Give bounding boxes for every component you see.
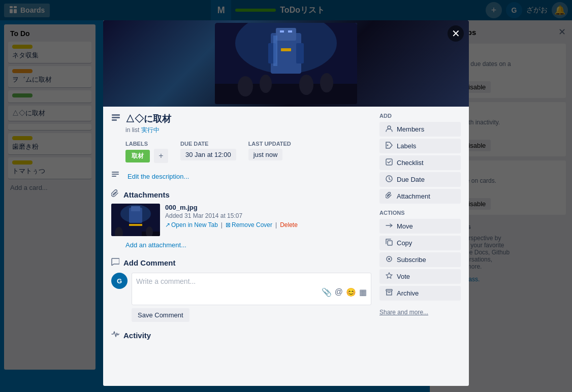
svg-rect-12 [215, 84, 357, 104]
modal-close-button[interactable]: ✕ [448, 25, 464, 42]
description-section: Edit the description... [111, 171, 371, 181]
attachments-section: Attachments [111, 189, 371, 249]
add-label-button[interactable]: + [154, 149, 168, 163]
card-subtitle: in list 実行中 [125, 126, 171, 135]
checklist-button[interactable]: Checklist [379, 155, 461, 170]
svg-rect-21 [112, 119, 117, 121]
share-and-more-link[interactable]: Share and more... [379, 307, 461, 318]
comment-placeholder: Write a comment... [136, 277, 367, 285]
add-attachment-link[interactable]: Add an attachment... [125, 241, 186, 249]
attachment-button[interactable]: Attachment [379, 189, 461, 204]
delete-link[interactable]: Delete [280, 221, 298, 228]
svg-point-13 [238, 76, 253, 96]
list-link[interactable]: 実行中 [141, 126, 160, 134]
svg-rect-29 [129, 224, 142, 226]
svg-rect-20 [112, 117, 120, 118]
emoji-toolbar-icon[interactable]: 😊 [346, 287, 356, 297]
card-modal: ✕ △◇に取材 in list 実行中 [103, 20, 469, 386]
save-comment-button[interactable]: Save Comment [132, 308, 189, 322]
open-in-new-tab-link[interactable]: ↗ Open in New Tab [165, 221, 218, 228]
svg-point-16 [320, 73, 333, 92]
card-header: △◇に取材 in list 実行中 [111, 113, 371, 135]
modal-sidebar: Add Members Labels [379, 113, 461, 380]
modal-body: △◇に取材 in list 実行中 Labels 取材 + [103, 107, 469, 386]
due-date-meta: Due Date 30 Jan at 12:00 [180, 141, 236, 163]
svg-rect-7 [276, 28, 296, 41]
remove-cover-link[interactable]: ⊠ Remove Cover [226, 221, 272, 228]
svg-rect-24 [112, 176, 116, 177]
labels-button[interactable]: Labels [379, 139, 461, 153]
svg-point-39 [388, 258, 390, 260]
attachment-actions: ↗ Open in New Tab | ⊠ Remove Cover | Del… [165, 221, 371, 228]
meta-row: Labels 取材 + Due Date 30 Jan at 12:00 Las… [125, 141, 371, 163]
card-toolbar-icon[interactable]: ▦ [359, 287, 367, 297]
attachment-toolbar-icon[interactable]: 📎 [322, 287, 332, 297]
svg-rect-28 [131, 206, 140, 211]
last-updated-meta: Last Updated just now [248, 141, 291, 163]
svg-rect-23 [112, 174, 119, 175]
activity-section: Activity [111, 330, 371, 340]
checklist-icon [386, 158, 393, 167]
actions-section: Actions Move Copy [379, 210, 461, 301]
add-section: Add Members Labels [379, 113, 461, 204]
svg-point-33 [388, 126, 391, 129]
svg-rect-9 [288, 30, 292, 32]
svg-rect-11 [296, 43, 304, 63]
attachment-sidebar-icon [386, 192, 393, 201]
vote-icon [386, 272, 393, 281]
attachment-thumbnail [111, 204, 160, 236]
due-date-label: Due Date [180, 141, 236, 147]
modal-overlay[interactable]: ✕ △◇に取材 in list 実行中 [0, 0, 572, 392]
cover-image [215, 23, 357, 104]
archive-icon [386, 289, 393, 298]
archive-button[interactable]: Archive [379, 286, 461, 301]
add-comment-title: Add Comment [123, 258, 176, 267]
move-button[interactable]: Move [379, 219, 461, 234]
mention-toolbar-icon[interactable]: @ [335, 287, 343, 297]
svg-rect-19 [112, 114, 120, 116]
last-updated-value: just now [248, 149, 283, 160]
activity-icon [111, 330, 119, 340]
edit-description-link[interactable]: Edit the description... [128, 173, 189, 180]
activity-title: Activity [123, 331, 151, 340]
modal-main: △◇に取材 in list 実行中 Labels 取材 + [111, 113, 371, 380]
modal-cover-image: ✕ [103, 20, 469, 107]
last-updated-label: Last Updated [248, 141, 291, 147]
add-section-title: Add [379, 113, 461, 119]
comment-section: Add Comment G Write a comment... 📎 @ 😊 [111, 257, 371, 322]
copy-button[interactable]: Copy [379, 236, 461, 250]
svg-rect-22 [112, 172, 119, 173]
labels-icon [386, 142, 393, 150]
attachment-icon [111, 189, 119, 200]
external-link-icon: ↗ [165, 221, 170, 228]
svg-rect-18 [281, 48, 291, 51]
move-icon [386, 222, 393, 231]
comment-header: Add Comment [111, 257, 371, 268]
due-date-icon [386, 175, 393, 184]
members-button[interactable]: Members [379, 122, 461, 137]
attachments-title: Attachments [123, 190, 170, 199]
attachment-date: Added 31 Mar 2014 at 15:07 [165, 212, 371, 219]
svg-rect-37 [388, 241, 392, 245]
due-date-button[interactable]: Due Date [379, 172, 461, 187]
actions-section-title: Actions [379, 210, 461, 216]
svg-rect-40 [386, 289, 392, 291]
comment-icon [111, 257, 119, 268]
attachment-name: 000_m.jpg [165, 204, 371, 211]
comment-input-row: G Write a comment... 📎 @ 😊 ▦ [111, 273, 371, 305]
copy-icon [386, 239, 393, 247]
comment-textbox[interactable]: Write a comment... 📎 @ 😊 ▦ [132, 273, 371, 305]
vote-button[interactable]: Vote [379, 269, 461, 284]
svg-rect-8 [280, 30, 284, 32]
subscribe-button[interactable]: Subscribe [379, 252, 461, 267]
description-icon [111, 171, 119, 181]
attachment-info: 000_m.jpg Added 31 Mar 2014 at 15:07 ↗ O… [165, 204, 371, 228]
label-badge: 取材 [125, 150, 150, 162]
due-date-value: 30 Jan at 12:00 [180, 149, 236, 160]
remove-icon: ⊠ [226, 221, 231, 228]
svg-point-34 [387, 145, 389, 146]
card-title: △◇に取材 [125, 113, 171, 125]
comment-toolbar: 📎 @ 😊 ▦ [136, 285, 367, 297]
labels-label: Labels [125, 141, 168, 147]
attachment-item: 000_m.jpg Added 31 Mar 2014 at 15:07 ↗ O… [111, 204, 371, 236]
